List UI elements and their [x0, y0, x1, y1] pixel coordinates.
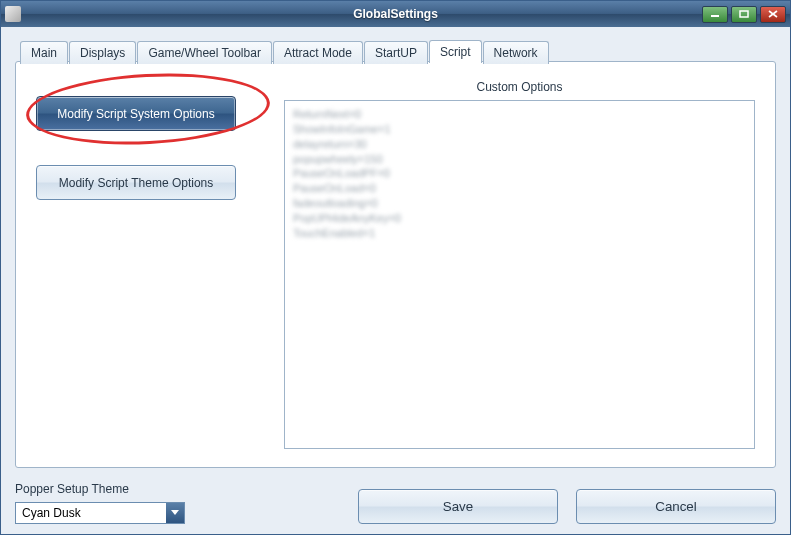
chevron-down-icon [166, 503, 184, 523]
svg-rect-0 [711, 15, 719, 17]
footer: Popper Setup Theme Cyan Dusk Save Cancel [15, 468, 776, 524]
custom-option-line: ShowInfoInGame=1 [293, 122, 746, 137]
theme-select-value: Cyan Dusk [22, 506, 81, 520]
tabstrip: Main Displays Game/Wheel Toolbar Attract… [20, 40, 550, 63]
svg-rect-1 [740, 11, 748, 17]
svg-marker-4 [171, 510, 179, 515]
custom-options-label: Custom Options [284, 80, 755, 94]
minimize-button[interactable] [702, 6, 728, 23]
tab-attract-mode[interactable]: Attract Mode [273, 41, 363, 64]
custom-option-line: popupwheely=150 [293, 152, 746, 167]
theme-block: Popper Setup Theme Cyan Dusk [15, 482, 185, 524]
modify-script-system-options-button[interactable]: Modify Script System Options [36, 96, 236, 131]
tab-main[interactable]: Main [20, 41, 68, 64]
cancel-button[interactable]: Cancel [576, 489, 776, 524]
custom-option-line: fadeoutloading=0 [293, 196, 746, 211]
script-tab-panel: Modify Script System Options Modify Scri… [16, 62, 775, 467]
tab-startup[interactable]: StartUP [364, 41, 428, 64]
maximize-button[interactable] [731, 6, 757, 23]
script-right-column: Custom Options ReturnNext=0 ShowInfoInGa… [284, 80, 755, 449]
tab-game-wheel-toolbar[interactable]: Game/Wheel Toolbar [137, 41, 272, 64]
custom-option-line: TouchEnabled=1 [293, 226, 746, 241]
tab-displays[interactable]: Displays [69, 41, 136, 64]
global-settings-window: GlobalSettings Main Displays Game/Wheel … [0, 0, 791, 535]
custom-option-line: PauseOnLoadPF=0 [293, 166, 746, 181]
custom-option-line: delayreturn=30 [293, 137, 746, 152]
script-left-column: Modify Script System Options Modify Scri… [36, 80, 266, 449]
tab-control: Main Displays Game/Wheel Toolbar Attract… [15, 61, 776, 468]
theme-label: Popper Setup Theme [15, 482, 185, 496]
modify-script-theme-options-button[interactable]: Modify Script Theme Options [36, 165, 236, 200]
save-button[interactable]: Save [358, 489, 558, 524]
custom-option-line: PopUPHideAnyKey=0 [293, 211, 746, 226]
tab-script[interactable]: Script [429, 40, 482, 63]
window-title: GlobalSettings [1, 7, 790, 21]
custom-option-line: PauseOnLoad=0 [293, 181, 746, 196]
close-button[interactable] [760, 6, 786, 23]
custom-options-textarea[interactable]: ReturnNext=0 ShowInfoInGame=1 delayretur… [284, 100, 755, 449]
tab-network[interactable]: Network [483, 41, 549, 64]
custom-option-line: ReturnNext=0 [293, 107, 746, 122]
app-icon [5, 6, 21, 22]
window-content: Main Displays Game/Wheel Toolbar Attract… [1, 27, 790, 534]
titlebar: GlobalSettings [1, 1, 790, 27]
theme-select[interactable]: Cyan Dusk [15, 502, 185, 524]
